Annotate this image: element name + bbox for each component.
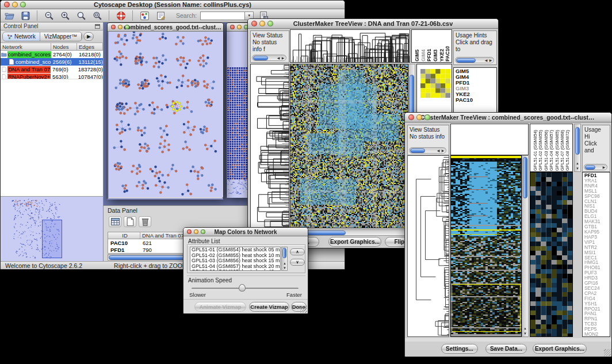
column-label[interactable]: GIM5 xyxy=(414,49,420,62)
scroll-left-icon[interactable]: ◀ xyxy=(484,57,488,64)
zoom-in-button[interactable] xyxy=(59,10,71,21)
scroll-thumb[interactable] xyxy=(282,248,286,258)
move-up-button[interactable]: ∧ xyxy=(290,248,305,255)
minimize-button[interactable] xyxy=(416,114,422,120)
column-dendrogram-panel[interactable] xyxy=(290,29,410,63)
column-label[interactable]: GPL51-07 (GSM868) xyxy=(560,130,565,171)
scroll-right-icon[interactable]: ▶ xyxy=(281,55,285,62)
tab-network[interactable]: Network xyxy=(3,32,40,41)
main-titlebar[interactable]: Cytoscape Desktop (Session Name: collins… xyxy=(1,1,345,9)
annotation-button[interactable] xyxy=(154,10,167,21)
treeview1-titlebar[interactable]: ClusterMaker TreeView : DNA and Tran 07-… xyxy=(248,19,498,29)
gene-label[interactable]: PAC10 xyxy=(456,97,496,103)
scroll-right-icon[interactable]: ▶ xyxy=(602,164,606,171)
heatmap-hscrollbar[interactable]: ◀▶ xyxy=(290,229,415,236)
column-label[interactable]: GIM4 xyxy=(420,49,427,62)
birdseye-canvas[interactable] xyxy=(1,197,103,261)
scroll-left-icon[interactable]: ◀ xyxy=(436,147,441,154)
column-label[interactable]: GPL51-06 (GSM865) xyxy=(554,130,560,171)
col-id[interactable]: ID xyxy=(108,232,140,239)
minimize-button[interactable] xyxy=(259,21,265,26)
zoom-button[interactable] xyxy=(20,2,26,7)
column-label[interactable]: YKE2 xyxy=(439,49,445,62)
heatmap-canvas[interactable] xyxy=(290,64,408,228)
col-edges[interactable]: Edges xyxy=(77,43,103,50)
column-label[interactable]: GPL51-04 (GSM857) xyxy=(549,130,554,171)
export-graphics-button[interactable]: Export Graphics... xyxy=(328,237,381,247)
scroll-up-icon[interactable]: ▲ xyxy=(522,327,528,330)
network-canvas[interactable] xyxy=(109,32,223,197)
scroll-up-icon[interactable]: ▲ xyxy=(282,262,288,265)
scroll-down-icon[interactable]: ▼ xyxy=(282,266,288,270)
zoom-out-button[interactable] xyxy=(43,10,55,21)
close-button[interactable] xyxy=(187,229,192,234)
network2-titlebar[interactable] xyxy=(227,23,249,32)
column-label[interactable]: PAC10 xyxy=(445,46,451,62)
dialog-titlebar[interactable]: Map Colors to Network xyxy=(183,228,308,236)
h-scrollbar[interactable]: ◀▶ xyxy=(455,57,494,63)
zoom-fit-button[interactable] xyxy=(75,10,87,21)
network-row-combined-scores[interactable]: combined_scores 2764(0) 16218(0) xyxy=(1,51,103,58)
zoom-heatmap-canvas[interactable] xyxy=(530,173,572,336)
close-button[interactable] xyxy=(408,114,414,120)
help-button[interactable] xyxy=(114,10,127,21)
scroll-thumb[interactable] xyxy=(575,127,580,155)
column-dendrogram-panel[interactable] xyxy=(450,124,529,155)
col-network[interactable]: Network xyxy=(1,43,51,50)
vizmapper-button[interactable] xyxy=(138,10,151,21)
zoom-button[interactable] xyxy=(267,21,273,26)
delete-attribute-button[interactable] xyxy=(139,216,151,227)
search-input[interactable] xyxy=(200,12,245,20)
settings-button[interactable]: Settings... xyxy=(441,344,478,354)
zoom-heatmap-panel[interactable] xyxy=(530,172,573,337)
list-vscrollbar[interactable]: ▲ ▼ xyxy=(281,247,288,271)
scroll-up-icon[interactable]: ▲ xyxy=(575,162,580,165)
open-file-button[interactable] xyxy=(3,10,16,21)
global-heatmap-panel[interactable] xyxy=(290,64,408,228)
close-button[interactable] xyxy=(230,25,235,29)
zoom-heatmap-canvas[interactable] xyxy=(420,69,450,98)
scroll-down-icon[interactable]: ▼ xyxy=(575,167,580,170)
new-attribute-button[interactable] xyxy=(124,216,136,227)
heatmap-vscrollbar[interactable]: ▲ ▼ xyxy=(522,155,529,337)
scroll-left-icon[interactable]: ◀ xyxy=(276,55,281,62)
network-view-titlebar[interactable]: combined_scores_good.txt--cluste... xyxy=(108,23,223,32)
attribute-listbox[interactable]: GPL51-01 (GSM854) heat shock 05 minGPL51… xyxy=(190,247,281,271)
scroll-thumb[interactable] xyxy=(523,157,527,198)
treeview2-titlebar[interactable]: ClusterMaker TreeView : combined_scores_… xyxy=(405,113,611,122)
birdseye-view[interactable] xyxy=(1,196,103,261)
column-label[interactable]: GPL51-03 (GSM856) xyxy=(544,130,549,171)
scroll-down-icon[interactable]: ▼ xyxy=(522,332,528,335)
h-scrollbar[interactable]: ◀▶ xyxy=(409,147,446,154)
row-dendrogram-panel[interactable] xyxy=(407,155,449,337)
column-label[interactable]: GPL51-01 (GSM854) xyxy=(533,130,538,171)
scroll-thumb[interactable] xyxy=(253,56,268,60)
resize-grip[interactable] xyxy=(300,306,307,313)
attribute-list-item[interactable]: GPL51-06 (GSM865) heat shock 40 min xyxy=(190,269,280,271)
minimize-button[interactable] xyxy=(237,25,242,29)
column-label[interactable]: GPL51-08 (GSM872) xyxy=(565,130,570,171)
scroll-thumb[interactable] xyxy=(585,165,595,170)
row-dendrogram-canvas[interactable] xyxy=(251,64,289,228)
col-nodes[interactable]: Nodes xyxy=(51,43,77,50)
network-row-combined-sco-selected[interactable]: combined_sco 2569(6) 13112(15) xyxy=(1,58,103,66)
export-graphics-button[interactable]: Export Graphics... xyxy=(533,344,587,354)
close-button[interactable] xyxy=(251,21,257,26)
minimize-button[interactable] xyxy=(12,2,18,7)
network2-canvas[interactable] xyxy=(227,32,249,198)
tab-vizmapper[interactable]: VizMapper™ xyxy=(40,32,82,41)
h-scrollbar[interactable]: ▶ xyxy=(584,164,607,170)
save-data-button[interactable]: Save Data... xyxy=(485,344,527,354)
move-down-button[interactable]: ∨ xyxy=(290,259,305,266)
main-heatmap-panel[interactable] xyxy=(450,155,522,337)
save-button[interactable] xyxy=(19,10,32,21)
float-panel-icon[interactable] xyxy=(95,24,100,29)
column-label[interactable]: PFD1 xyxy=(426,49,433,62)
row-dendrogram-canvas[interactable] xyxy=(408,156,449,336)
zoom-button[interactable] xyxy=(201,229,205,234)
scroll-thumb[interactable] xyxy=(456,58,476,63)
zoom-vscrollbar[interactable]: ▲ ▼ xyxy=(574,124,581,172)
row-dendrogram-panel[interactable] xyxy=(250,64,289,228)
resize-grip[interactable] xyxy=(604,349,611,356)
minimize-button[interactable] xyxy=(194,229,198,234)
